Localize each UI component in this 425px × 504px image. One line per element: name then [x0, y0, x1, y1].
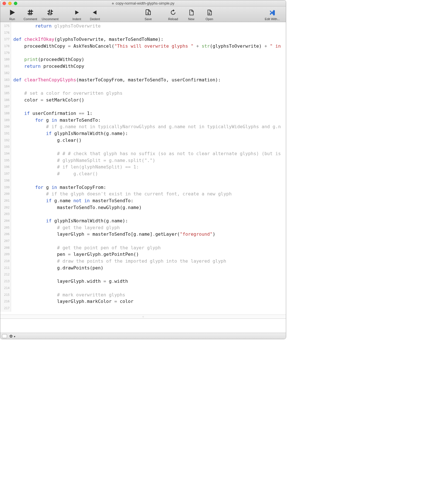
- code-line[interactable]: [13, 50, 286, 56]
- line-number: 198: [0, 177, 11, 184]
- output-console[interactable]: [0, 319, 286, 333]
- line-number: 188: [0, 110, 11, 117]
- code-line[interactable]: # g.clear(): [13, 170, 286, 177]
- uncomment-label: Uncomment: [42, 17, 58, 21]
- code-line[interactable]: return glyphsToOverwrite: [13, 23, 286, 29]
- line-number: 192: [0, 137, 11, 144]
- line-number: 185: [0, 90, 11, 97]
- code-line[interactable]: masterToSendTo.newGlyph(g.name): [13, 204, 286, 211]
- code-line[interactable]: # set a color for overwritten glyphs: [13, 90, 286, 97]
- code-line[interactable]: if g.name not in masterToSendTo:: [13, 197, 286, 204]
- code-line[interactable]: print(proceedWithCopy): [13, 56, 286, 63]
- code-line[interactable]: [13, 83, 286, 90]
- open-label: Open: [206, 17, 213, 21]
- line-number: 210: [0, 258, 11, 265]
- code-line[interactable]: # if the glyph doesn't exist in the curr…: [13, 191, 286, 197]
- code-line[interactable]: [13, 238, 286, 244]
- edit-with-button[interactable]: Edit With...: [262, 8, 282, 21]
- code-line[interactable]: proceedWithCopy = AskYesNoCancel("This w…: [13, 43, 286, 50]
- minimize-window-button[interactable]: [8, 2, 12, 5]
- code-line[interactable]: # draw the points of the imported glyph …: [13, 258, 286, 265]
- code-line[interactable]: # get the point pen of the layer glyph: [13, 244, 286, 251]
- code-line[interactable]: [13, 70, 286, 77]
- code-line[interactable]: if glyphIsNormalWidth(g.name):: [13, 218, 286, 224]
- line-number: 203: [0, 211, 11, 218]
- code-line[interactable]: layerGlyph.markColor = color: [13, 298, 286, 305]
- line-number: 177: [0, 36, 11, 43]
- code-line[interactable]: g.clear(): [13, 137, 286, 144]
- line-number: 195: [0, 157, 11, 164]
- code-editor[interactable]: 1751761771781791801811821831841851861871…: [0, 22, 286, 315]
- code-line[interactable]: # glyphNameSplit = g.name.split("."): [13, 157, 286, 164]
- uncomment-button[interactable]: Uncomment: [40, 8, 60, 21]
- open-file-icon: [206, 8, 212, 17]
- line-number: 186: [0, 97, 11, 104]
- save-button[interactable]: Save: [140, 8, 157, 21]
- close-window-button[interactable]: [3, 2, 6, 5]
- code-line[interactable]: [13, 103, 286, 110]
- indent-button[interactable]: Indent: [68, 8, 85, 21]
- open-button[interactable]: Open: [201, 8, 218, 21]
- line-number: 209: [0, 251, 11, 258]
- titlebar: ♣ copy-normal-width-glyphs-simple.py: [0, 0, 286, 7]
- vscode-icon: [269, 8, 276, 17]
- toolbar: Run Comment Uncomment Indent Dedent Save: [0, 7, 286, 22]
- comment-button[interactable]: Comment: [22, 8, 39, 21]
- line-number: 204: [0, 218, 11, 224]
- line-number: 205: [0, 224, 11, 231]
- code-line[interactable]: g.drawPoints(pen): [13, 265, 286, 271]
- line-number-gutter: 1751761771781791801811821831841851861871…: [0, 22, 11, 312]
- zoom-window-button[interactable]: [14, 2, 17, 5]
- run-button[interactable]: Run: [4, 8, 21, 21]
- code-line[interactable]: [13, 271, 286, 278]
- code-line[interactable]: if userConfirmation == 1:: [13, 110, 286, 117]
- code-line[interactable]: color = setMarkColor(): [13, 97, 286, 104]
- code-line[interactable]: # get the layered glyph: [13, 224, 286, 231]
- new-button[interactable]: New: [183, 8, 200, 21]
- code-line[interactable]: for g in masterToSendTo:: [13, 117, 286, 124]
- window-title: copy-normal-width-glyphs-simple.py: [116, 1, 174, 5]
- code-line[interactable]: return proceedWithCopy: [13, 63, 286, 70]
- code-line[interactable]: # if len(glyphNameSplit) == 1:: [13, 164, 286, 170]
- code-line[interactable]: # # # check that glyph has no suffix (so…: [13, 150, 286, 157]
- code-content[interactable]: return glyphsToOverwritedef checkIfOkay(…: [11, 22, 286, 312]
- line-number: 200: [0, 191, 11, 197]
- line-number: 187: [0, 103, 11, 110]
- code-line[interactable]: layerGlyph.width = g.width: [13, 278, 286, 285]
- code-line[interactable]: def clearThenCopyGlyphs(masterToCopyFrom…: [13, 77, 286, 83]
- code-line[interactable]: [13, 29, 286, 36]
- code-line[interactable]: # if g.name not in typicallyNarrowGlyphs…: [13, 123, 286, 130]
- code-line[interactable]: def checkIfOkay(glyphsToOverwrite, maste…: [13, 36, 286, 43]
- line-number: 202: [0, 204, 11, 211]
- traffic-lights: [3, 2, 17, 5]
- line-number: 189: [0, 117, 11, 124]
- indent-label: Indent: [73, 17, 81, 21]
- line-number: 175: [0, 23, 11, 29]
- panel-toggle-button[interactable]: [2, 334, 7, 338]
- line-number: 197: [0, 170, 11, 177]
- code-line[interactable]: # mark overwritten glyphs: [13, 292, 286, 298]
- reload-button[interactable]: Reload: [165, 8, 182, 21]
- horizontal-scrollbar[interactable]: ○: [0, 315, 286, 319]
- code-line[interactable]: [13, 305, 286, 312]
- hash-icon: [27, 8, 34, 17]
- code-line[interactable]: if glyphIsNormalWidth(g.name):: [13, 130, 286, 137]
- code-line[interactable]: [13, 211, 286, 218]
- line-number: 191: [0, 130, 11, 137]
- play-reverse-icon: [92, 8, 98, 17]
- play-outline-icon: [74, 8, 80, 17]
- code-line[interactable]: [13, 285, 286, 292]
- editor-area: 1751761771781791801811821831841851861871…: [0, 22, 286, 333]
- line-number: 212: [0, 271, 11, 278]
- code-line[interactable]: pen = layerGlyph.getPointPen(): [13, 251, 286, 258]
- dedent-button[interactable]: Dedent: [86, 8, 103, 21]
- code-line[interactable]: [13, 144, 286, 150]
- gear-icon[interactable]: ✿ ▾: [9, 334, 15, 338]
- line-number: 213: [0, 278, 11, 285]
- save-icon: [145, 8, 152, 17]
- code-line[interactable]: for g in masterToCopyFrom:: [13, 184, 286, 191]
- document-proxy-icon: ♣: [112, 1, 114, 5]
- code-line[interactable]: layerGlyph = masterToSendTo[g.name].getL…: [13, 231, 286, 238]
- edit-with-label: Edit With...: [265, 17, 280, 21]
- code-line[interactable]: [13, 177, 286, 184]
